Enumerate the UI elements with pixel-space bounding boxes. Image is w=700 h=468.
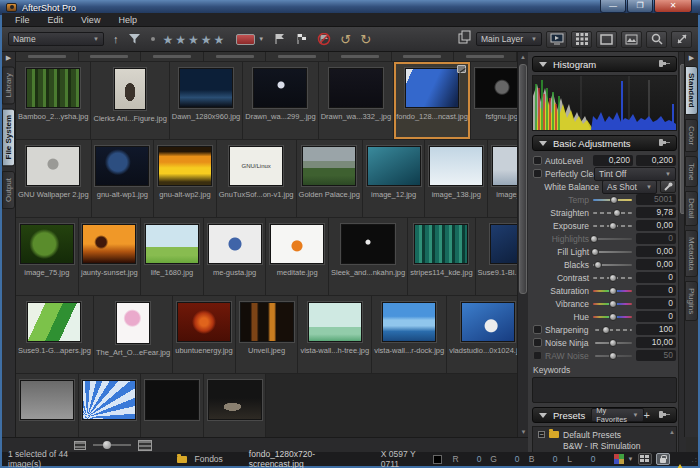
star-icon[interactable]: ★ bbox=[214, 33, 225, 47]
thumbnail-vista-wall-r-dock-jpg[interactable]: vista-wall...r-dock.jpg bbox=[372, 296, 447, 374]
slider-temp[interactable] bbox=[593, 195, 632, 205]
menu-file[interactable]: File bbox=[6, 15, 39, 25]
color-label-dropdown-icon[interactable]: ▼ bbox=[258, 36, 264, 42]
slider-thumb[interactable] bbox=[590, 235, 598, 243]
star-icon[interactable]: ★ bbox=[201, 33, 212, 47]
thumbnail-r5c3[interactable] bbox=[141, 374, 204, 437]
flag-icon[interactable] bbox=[273, 33, 286, 45]
collapse-right-icon[interactable]: ▶ bbox=[689, 52, 694, 64]
thumbnail-suse9-1-g-apers-jpg[interactable]: Suse9.1-G...apers.jpg bbox=[16, 296, 94, 374]
thumbnail-r5c2[interactable] bbox=[79, 374, 142, 437]
thumbnail-bamboo-2-ysha-jpg[interactable]: Bamboo_2...ysha.jpg bbox=[16, 62, 91, 140]
thumbnail-clerks-ani-figure-jpg[interactable]: Clerks Ani...Figure.jpg bbox=[91, 62, 169, 140]
slider-fill-light[interactable] bbox=[593, 247, 632, 257]
slider-thumb[interactable] bbox=[609, 352, 617, 360]
thumbnail-gnu-alt-wp2-jpg[interactable]: gnu-alt-wp2.jpg bbox=[154, 140, 217, 218]
checkered-flag-icon[interactable] bbox=[295, 33, 308, 45]
histogram-header[interactable]: Histogram bbox=[532, 56, 677, 72]
pin-icon[interactable] bbox=[658, 59, 670, 70]
thumbnail-partial[interactable] bbox=[329, 52, 392, 62]
value-temp[interactable]: 5001 bbox=[636, 194, 676, 205]
value-exposure[interactable]: 0,00 bbox=[636, 220, 676, 231]
maximize-button[interactable]: ❐ bbox=[627, 0, 653, 13]
slider-thumb[interactable] bbox=[609, 274, 617, 282]
slider-thumb[interactable] bbox=[103, 441, 111, 449]
thumbnail-gnu-alt-wp1-jpg[interactable]: gnu-alt-wp1.jpg bbox=[92, 140, 155, 218]
tab-detail[interactable]: Detail bbox=[685, 191, 698, 225]
proof-icon[interactable] bbox=[638, 453, 652, 465]
value-hue[interactable]: 0 bbox=[636, 311, 676, 322]
star-icon[interactable]: ★ bbox=[188, 33, 199, 47]
presets-header[interactable]: Presets My Favorites▼ + bbox=[532, 407, 677, 423]
thumbnail-image-12-jpg[interactable]: image_12.jpg bbox=[363, 140, 426, 218]
thumbnail-ubuntuenergy-jpg[interactable]: ubuntuenergy.jpg bbox=[173, 296, 236, 374]
star-icon[interactable]: ★ bbox=[175, 33, 186, 47]
thumbnail-golden-palace-jpg[interactable]: Golden Palace.jpg bbox=[297, 140, 363, 218]
menu-help[interactable]: Help bbox=[109, 15, 146, 25]
thumbnail-drawn-wa-299-jpg[interactable]: Drawn_wa...299_.jpg bbox=[243, 62, 318, 140]
thumbnail-suse9-1-bl-papers-jpg[interactable]: Suse9.1-Bl...papers.jpg bbox=[476, 218, 517, 296]
thumbnail-fondo-128-ncast-jpg[interactable]: fondo_128...ncast.jpg bbox=[394, 62, 471, 140]
keywords-input[interactable] bbox=[532, 377, 677, 403]
slider-thumb[interactable] bbox=[609, 222, 617, 230]
value-blacks[interactable]: 0,00 bbox=[636, 259, 676, 270]
thumbnail-vladstudio-0x1024-jpg[interactable]: vladstudio...0x1024.jpg bbox=[447, 296, 517, 374]
thumbnail-partial[interactable] bbox=[392, 52, 455, 62]
thumbnail-partial[interactable] bbox=[454, 52, 517, 62]
thumbnail-unveil-jpeg[interactable]: Unveil.jpeg bbox=[236, 296, 299, 374]
thumbnail-view-button[interactable] bbox=[571, 31, 592, 48]
slider-thumb[interactable] bbox=[594, 261, 602, 269]
scroll-up-icon[interactable]: ▲ bbox=[518, 52, 528, 62]
single-view-button[interactable] bbox=[596, 31, 617, 48]
value-saturation[interactable]: 0 bbox=[636, 285, 676, 296]
value-fill-light[interactable]: 0,00 bbox=[636, 246, 676, 257]
preview-view-button[interactable] bbox=[621, 31, 642, 48]
thumbnail-stripes114-kde-jpg[interactable]: stripes114_kde.jpg bbox=[408, 218, 475, 296]
eyedropper-button[interactable] bbox=[660, 180, 676, 193]
close-button[interactable]: ✕ bbox=[654, 0, 692, 13]
thumbnail-dawn-1280x960-jpg[interactable]: Dawn_1280x960.jpg bbox=[170, 62, 243, 140]
pin-icon[interactable] bbox=[658, 410, 670, 421]
rotate-left-icon[interactable]: ↺ bbox=[340, 33, 351, 46]
thumbnail-partial[interactable] bbox=[204, 52, 267, 62]
thumbnail-size-slider[interactable] bbox=[93, 441, 131, 449]
expander-icon[interactable]: − bbox=[538, 431, 545, 438]
slider-thumb[interactable] bbox=[613, 209, 621, 217]
tab-standard[interactable]: Standard bbox=[685, 66, 698, 115]
tab-plugins[interactable]: Plugins bbox=[685, 281, 698, 321]
large-thumbnails-icon[interactable] bbox=[138, 440, 152, 451]
scrollbar-thumb[interactable] bbox=[519, 64, 527, 294]
thumbnail-partial[interactable] bbox=[266, 52, 329, 62]
autolevel-checkbox[interactable] bbox=[533, 156, 542, 165]
slider-thumb[interactable] bbox=[602, 326, 610, 334]
thumbnail-drawn-wa-332-jpg[interactable]: Drawn_wa...332_.jpg bbox=[319, 62, 394, 140]
value-contrast[interactable]: 0 bbox=[636, 272, 676, 283]
value-raw-noise[interactable]: 50 bbox=[636, 350, 676, 361]
slider-thumb[interactable] bbox=[610, 196, 618, 204]
slider-thumb[interactable] bbox=[609, 339, 617, 347]
thumbnail-meditate-jpg[interactable]: meditate.jpg bbox=[266, 218, 329, 296]
rotate-right-icon[interactable]: ↻ bbox=[360, 33, 371, 46]
warning-icon[interactable] bbox=[674, 454, 686, 464]
thumbnail-the-art-o-efear-jpg[interactable]: The_Art_O...eFear.jpg bbox=[94, 296, 173, 374]
color-management-icon[interactable] bbox=[614, 454, 624, 464]
no-rating-icon[interactable] bbox=[151, 37, 155, 41]
chevron-down-icon[interactable]: ▼ bbox=[628, 456, 634, 462]
slider-noise-ninja[interactable] bbox=[595, 338, 632, 348]
slider-thumb[interactable] bbox=[609, 287, 617, 295]
star-icon[interactable]: ★ bbox=[163, 33, 174, 47]
tab-tone[interactable]: Tone bbox=[685, 156, 698, 187]
clear-flag-icon[interactable] bbox=[317, 33, 331, 46]
autolevel-value-1[interactable]: 0,200 bbox=[593, 155, 633, 166]
collapse-triangle-icon[interactable] bbox=[539, 62, 547, 67]
thumbnail-fsfgnu-jpg[interactable]: fsfgnu.jpg bbox=[471, 62, 517, 140]
tab-metadata[interactable]: Metadata bbox=[685, 230, 698, 277]
thumbnail-image-138-jpg[interactable]: image_138.jpg bbox=[425, 140, 488, 218]
tab-output[interactable]: Output bbox=[2, 171, 15, 209]
fullscreen-button[interactable] bbox=[671, 31, 692, 48]
slideshow-button[interactable] bbox=[546, 31, 567, 48]
slider-thumb[interactable] bbox=[609, 313, 617, 321]
slider-sharpening[interactable] bbox=[595, 325, 632, 335]
add-preset-button[interactable]: + bbox=[644, 410, 650, 420]
tint-dropdown[interactable]: Tint Off▼ bbox=[594, 167, 676, 181]
